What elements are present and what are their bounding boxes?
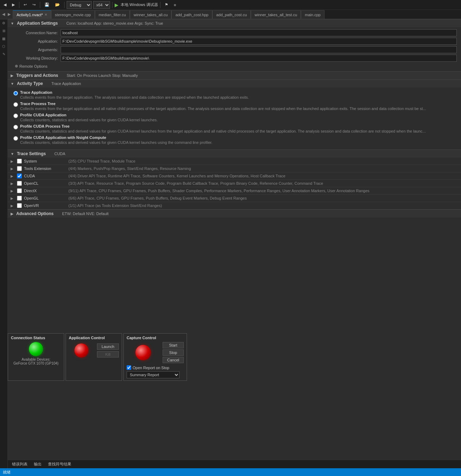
app-control-title: Application Control — [69, 336, 119, 340]
trace-check-tools-ext[interactable] — [17, 166, 22, 171]
conn-name-input[interactable] — [61, 29, 457, 36]
radio-profile-cuda-nsight-input[interactable] — [13, 136, 18, 141]
empty-space — [8, 218, 461, 330]
application-label: Application: — [12, 39, 58, 43]
radio-profile-cuda-nsight: Profile CUDA Application with Nsight Com… — [13, 135, 455, 145]
trace-check-cuda[interactable] — [17, 173, 22, 178]
sidebar-icon-1[interactable]: ⚙ — [1, 21, 7, 27]
tab-stereogm[interactable]: stereogm_movie.cpp — [51, 10, 95, 19]
trace-expand-opencl[interactable]: ▶ — [11, 182, 15, 185]
remote-options-btn[interactable]: ⊕ Remote Options — [15, 64, 47, 68]
radio-trace-process-tree-desc: Collects events from the target applicat… — [20, 106, 426, 111]
play-btn[interactable]: ▶ — [115, 2, 119, 8]
trace-check-opencl[interactable] — [17, 181, 22, 186]
capture-cancel-btn[interactable]: Cancel — [163, 357, 184, 363]
bottom-menu-find-symbol[interactable]: 查找符号结果 — [45, 461, 74, 468]
triggers-header[interactable]: ▶ Triggers and Actions Start: On Process… — [8, 71, 461, 79]
tab-activity1[interactable]: Activity1.nvact* ✕ — [13, 10, 51, 19]
open-btn[interactable]: 📂 — [53, 2, 62, 8]
working-dir-row: Working Directory: — [12, 55, 457, 62]
toolbar-misc-2[interactable]: ≡ — [172, 2, 178, 8]
tab-label-winner: winner_takes_all.cu — [134, 13, 168, 17]
toolbar-misc-1[interactable]: ⚑ — [163, 2, 170, 8]
radio-trace-app-input[interactable] — [13, 91, 18, 96]
activity-type-title: Activity Type — [17, 81, 43, 86]
activity-type-header[interactable]: ▼ Activity Type Trace Application — [8, 79, 461, 87]
trace-expand-system[interactable]: ▶ — [11, 159, 15, 163]
forward-btn[interactable]: ▶ — [10, 2, 17, 8]
nav-fwd-btn[interactable]: ▶ — [6, 12, 12, 17]
trace-expand-openvr[interactable]: ▶ — [11, 204, 15, 208]
trace-name-opencl: OpenCL — [24, 181, 66, 185]
remote-options-label: Remote Options — [19, 64, 47, 68]
tab-winner-all[interactable]: winner_takes_all_test.cu — [251, 10, 301, 19]
sidebar-icon-5[interactable]: ✎ — [1, 52, 7, 58]
trace-check-openvr[interactable] — [17, 203, 22, 208]
sidebar-icon-2[interactable]: ⊞ — [1, 29, 7, 35]
capture-start-btn[interactable]: Start — [163, 342, 184, 348]
launch-btn[interactable]: Launch — [97, 343, 119, 350]
trace-row-system: ▶ System (2/5) CPU Thread Trace, Module … — [8, 158, 461, 165]
radio-trace-app-label: Trace Application — [20, 90, 249, 94]
tab-close-activity1[interactable]: ✕ — [44, 13, 47, 17]
tab-addpath-hpp[interactable]: add_path_cost.hpp — [171, 10, 212, 19]
save-btn[interactable]: 💾 — [42, 2, 51, 8]
undo-btn[interactable]: ↩ — [22, 2, 29, 8]
tab-addpath-cu[interactable]: add_path_cost.cu — [212, 10, 251, 19]
trace-expand-opengl[interactable]: ▶ — [11, 196, 15, 200]
sidebar-icon-4[interactable]: ⬡ — [1, 44, 7, 50]
radio-trace-process-tree-input[interactable] — [13, 102, 18, 107]
conn-name-row: Connection Name: — [12, 29, 457, 36]
tab-winner[interactable]: winner_takes_all.cu — [130, 10, 172, 19]
arch-dropdown[interactable]: x64 x86 — [93, 1, 110, 9]
trace-name-tools-ext: Tools Extension — [24, 166, 66, 171]
trace-details-system: (2/5) CPU Thread Trace, Module Trace — [68, 159, 458, 163]
radio-profile-cuda-process-tree-content: Profile CUDA Process Tree Collects count… — [20, 124, 426, 133]
left-sidebar: ⚙ ⊞ ▦ ⬡ ✎ — [0, 20, 8, 476]
tab-main[interactable]: main.cpp — [301, 10, 324, 19]
status-bar: 就绪 — [0, 468, 461, 476]
working-dir-input[interactable] — [61, 55, 457, 62]
conn-name-label: Connection Name: — [12, 31, 58, 35]
trace-check-system[interactable] — [17, 159, 22, 164]
radio-profile-cuda-process-tree-input[interactable] — [13, 125, 18, 129]
bottom-menu-errors[interactable]: 错误列表 — [9, 461, 30, 468]
trace-check-directx[interactable] — [17, 188, 22, 193]
tab-median[interactable]: median_filter.cu — [95, 10, 130, 19]
trace-expand-directx[interactable]: ▶ — [11, 189, 15, 193]
open-report-checkbox[interactable] — [127, 365, 131, 370]
trace-check-opengl[interactable] — [17, 196, 22, 201]
app-control-panel: Application Control Launch Kill — [66, 333, 122, 381]
tabs-row: ◀ ▶ Activity1.nvact* ✕ stereogm_movie.cp… — [0, 10, 461, 19]
application-input[interactable] — [61, 38, 457, 45]
triggers-title: Triggers and Actions — [16, 73, 58, 78]
advanced-options-header[interactable]: ▶ Advanced Options ETW: Default NVE: Def… — [8, 209, 461, 218]
radio-profile-cuda-app-input[interactable] — [13, 114, 18, 118]
trace-settings-header[interactable]: ▼ Trace Settings CUDA — [8, 149, 461, 158]
trace-settings-title: Trace Settings — [17, 151, 46, 156]
arguments-input[interactable] — [61, 46, 457, 53]
capture-extra: Open Report on Stop Summary Report Detai… — [127, 365, 184, 378]
toolbar-sep-3 — [64, 2, 65, 8]
bottom-menu-output[interactable]: 输出 — [31, 461, 44, 468]
app-settings-arrow: ▼ — [11, 22, 14, 25]
advanced-options-arrow: ▶ — [11, 212, 13, 216]
sidebar-icon-3[interactable]: ▦ — [1, 37, 7, 42]
radio-profile-cuda-nsight-content: Profile CUDA Application with Nsight Com… — [20, 135, 212, 145]
capture-control-panel: Capture Control Start Stop Cancel Open R… — [123, 333, 187, 381]
trace-expand-cuda[interactable]: ▶ — [11, 174, 15, 178]
capture-stop-btn[interactable]: Stop — [163, 349, 184, 356]
debug-dropdown[interactable]: Debug Release — [67, 1, 92, 9]
redo-btn[interactable]: ↪ — [30, 2, 38, 8]
report-type-select[interactable]: Summary Report Detailed Report — [127, 371, 180, 378]
nav-back-btn[interactable]: ◀ — [1, 12, 6, 17]
trace-name-directx: DirectX — [24, 189, 66, 193]
toolbar-sep-5 — [160, 2, 160, 8]
trace-expand-tools-ext[interactable]: ▶ — [11, 167, 15, 171]
capture-inner: Start Stop Cancel — [127, 342, 184, 363]
kill-btn[interactable]: Kill — [97, 351, 119, 358]
radio-profile-cuda-process-tree: Profile CUDA Process Tree Collects count… — [13, 124, 455, 133]
app-settings-header[interactable]: ▼ Application Settings Conn: localhost A… — [8, 19, 461, 27]
back-btn[interactable]: ◀ — [1, 2, 8, 8]
trace-settings-arrow: ▼ — [11, 152, 14, 156]
